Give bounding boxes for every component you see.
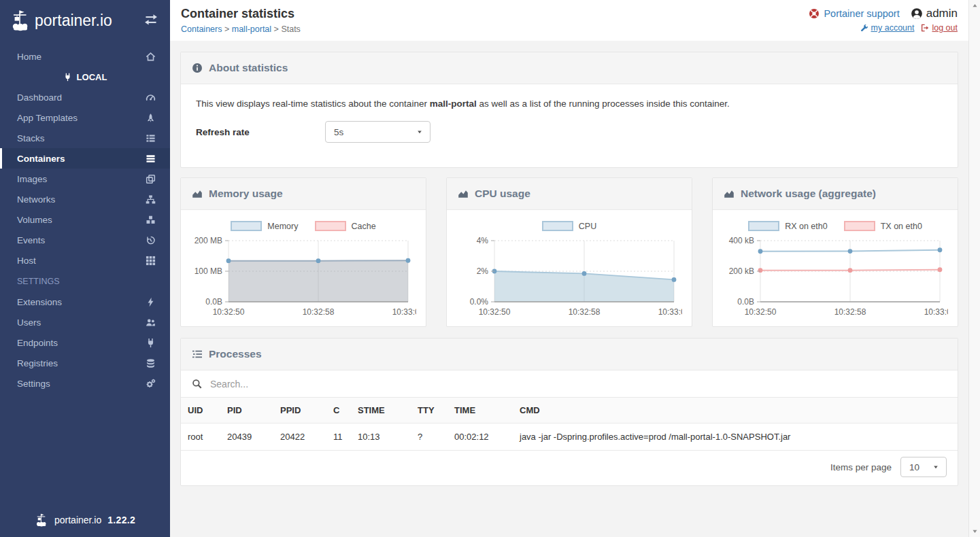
sidebar-item-images[interactable]: Images <box>0 169 170 189</box>
sidebar-item-label: Dashboard <box>17 92 62 103</box>
my-account-label: my account <box>871 23 915 33</box>
cpu-usage-header: CPU usage <box>447 178 692 210</box>
column-header-time[interactable]: TIME <box>447 398 513 423</box>
legend-label: Cache <box>352 222 376 231</box>
portainer-support-link[interactable]: Portainer support <box>809 8 899 19</box>
legend-item: Cache <box>315 221 376 231</box>
sidebar-item-events[interactable]: Events <box>0 230 170 250</box>
column-header-tty[interactable]: TTY <box>411 398 447 423</box>
user-circle-icon <box>911 7 923 20</box>
cubes-icon <box>146 215 156 225</box>
sidebar-item-endpoints[interactable]: Endpoints <box>0 332 170 353</box>
portainer-logo-icon <box>10 10 31 31</box>
scroll-down-icon[interactable] <box>971 527 979 535</box>
scroll-up-icon[interactable] <box>971 2 979 10</box>
home-icon <box>146 52 156 62</box>
endpoint-label: LOCAL <box>77 72 107 82</box>
sidebar-item-networks[interactable]: Networks <box>0 189 170 209</box>
about-statistics-widget: About statistics This view displays real… <box>180 52 958 168</box>
cell-cmd: java -jar -Dspring.profiles.active=prod … <box>513 423 958 451</box>
support-label: Portainer support <box>824 8 899 19</box>
svg-text:10:33:02: 10:33:02 <box>658 307 682 317</box>
svg-text:0.0B: 0.0B <box>205 297 222 307</box>
sidebar-item-label: Registries <box>17 358 58 368</box>
column-header-ppid[interactable]: PPID <box>273 398 326 423</box>
sidebar-item-home[interactable]: Home <box>0 46 170 67</box>
processes-search-input[interactable] <box>209 378 947 390</box>
sidebar-item-stacks[interactable]: Stacks <box>0 128 170 148</box>
sidebar-item-dashboard[interactable]: Dashboard <box>0 87 170 107</box>
sidebar-item-volumes[interactable]: Volumes <box>0 209 170 230</box>
my-account-link[interactable]: my account <box>860 23 915 33</box>
sidebar-item-label: Settings <box>17 379 50 389</box>
items-per-page-value: 10 <box>909 462 919 472</box>
sidebar-item-app-templates[interactable]: App Templates <box>0 107 170 128</box>
legend-swatch <box>844 221 875 231</box>
network-usage-chart: RX on eth0TX on eth0 400 kB200 kB0.0B10:… <box>713 210 958 326</box>
items-per-page-select[interactable]: 10 <box>900 457 947 477</box>
sidebar-item-label: Home <box>17 52 41 62</box>
sidebar-item-host[interactable]: Host <box>0 250 170 271</box>
sidebar-endpoint-local[interactable]: LOCAL <box>0 67 170 87</box>
log-out-link[interactable]: log out <box>921 23 958 33</box>
legend-label: CPU <box>579 222 596 231</box>
main-area: Container statistics Containers > mall-p… <box>170 0 980 537</box>
legend-swatch <box>748 221 779 231</box>
sidebar-item-settings[interactable]: Settings <box>0 373 170 394</box>
sidebar-item-users[interactable]: Users <box>0 312 170 332</box>
legend-swatch <box>542 221 573 231</box>
column-header-pid[interactable]: PID <box>220 398 273 423</box>
refresh-rate-row: Refresh rate 5s <box>196 121 943 143</box>
legend-label: Memory <box>267 222 298 231</box>
history-icon <box>146 235 156 245</box>
vertical-scrollbar[interactable] <box>968 0 980 537</box>
endpoint-switch-button[interactable] <box>143 12 159 29</box>
user-menu[interactable]: admin <box>911 7 958 20</box>
page-content: About statistics This view displays real… <box>170 41 968 496</box>
processes-search-row <box>181 370 958 398</box>
cell-pid: 20439 <box>220 423 273 451</box>
chart-svg: 200 MB100 MB0.0B10:32:5010:32:5810:33:02 <box>189 232 416 324</box>
memory-usage-header: Memory usage <box>181 178 426 210</box>
refresh-rate-value: 5s <box>334 127 343 137</box>
breadcrumb: Containers > mall-portal > Stats <box>181 24 301 34</box>
cell-ppid: 20422 <box>273 423 326 451</box>
sidebar-item-label: Events <box>17 235 45 245</box>
cell-time: 00:02:12 <box>447 423 513 451</box>
svg-text:10:32:50: 10:32:50 <box>745 307 777 317</box>
breadcrumb-container-link[interactable]: mall-portal <box>232 24 271 34</box>
svg-text:0.0B: 0.0B <box>737 297 754 307</box>
memory-usage-widget: Memory usage MemoryCache 200 MB100 MB0.0… <box>180 177 426 327</box>
images-icon <box>146 174 156 184</box>
sidebar-item-label: Extensions <box>17 297 62 307</box>
about-statistics-header: About statistics <box>181 52 958 84</box>
sitemap-icon <box>146 194 156 205</box>
cell-uid: root <box>181 423 220 451</box>
column-header-c[interactable]: C <box>326 398 351 423</box>
sidebar-item-containers[interactable]: Containers <box>0 148 170 169</box>
table-header-row: UID PID PPID C STIME TTY TIME CMD <box>181 398 958 423</box>
area-chart-icon <box>192 188 203 199</box>
search-icon <box>192 379 202 389</box>
about-description-prefix: This view displays real-time statistics … <box>196 99 430 109</box>
column-header-uid[interactable]: UID <box>181 398 220 423</box>
sidebar-item-label: Stacks <box>17 133 45 143</box>
sidebar-footer: portainer.io 1.22.2 <box>0 503 170 537</box>
refresh-rate-select[interactable]: 5s <box>325 121 430 143</box>
cpu-chart-canvas: 4%2%0.0%10:32:5010:32:5810:33:02 <box>455 232 683 324</box>
sidebar-item-registries[interactable]: Registries <box>0 353 170 373</box>
cpu-usage-widget: CPU usage CPU 4%2%0.0%10:32:5010:32:5810… <box>446 177 692 327</box>
sidebar-item-label: Images <box>17 174 47 184</box>
legend-item: TX on eth0 <box>844 221 922 231</box>
sidebar-item-extensions[interactable]: Extensions <box>0 292 170 312</box>
column-header-cmd[interactable]: CMD <box>513 398 958 423</box>
page-title: Container statistics <box>181 7 301 21</box>
breadcrumb-containers-link[interactable]: Containers <box>181 24 222 34</box>
cell-tty: ? <box>411 423 447 451</box>
network-usage-widget: Network usage (aggregate) RX on eth0TX o… <box>712 177 958 327</box>
sidebar-item-label: Containers <box>17 154 65 164</box>
page-header: Container statistics Containers > mall-p… <box>170 0 968 41</box>
memory-usage-chart: MemoryCache 200 MB100 MB0.0B10:32:5010:3… <box>181 210 426 326</box>
sidebar-item-label: Volumes <box>17 215 52 225</box>
column-header-stime[interactable]: STIME <box>351 398 411 423</box>
